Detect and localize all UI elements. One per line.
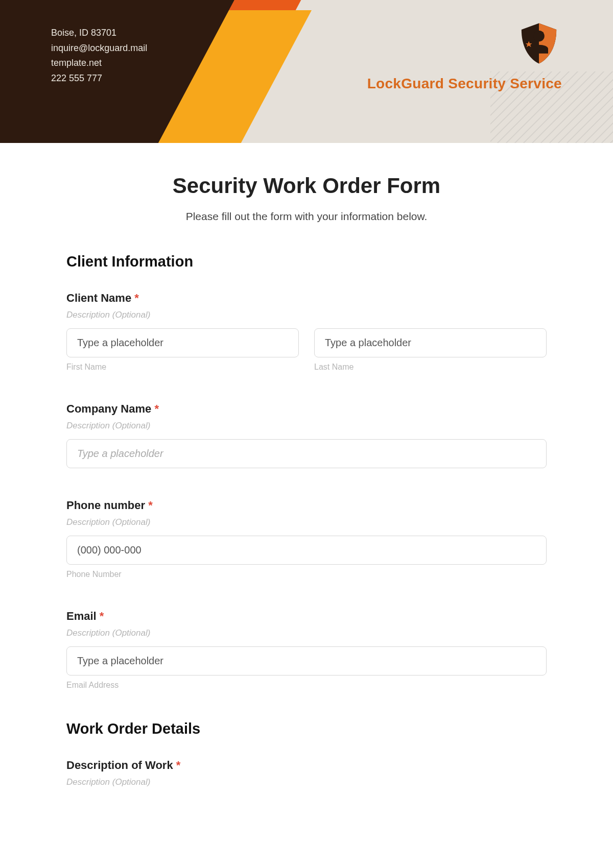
field-description-of-work: Description of Work * Description (Optio… xyxy=(66,759,547,787)
form-body: Security Work Order Form Please fill out… xyxy=(0,143,613,816)
sublabel-first-name: First Name xyxy=(66,363,299,372)
last-name-input[interactable] xyxy=(314,328,547,357)
label-email: Email * xyxy=(66,610,547,623)
contact-email: inquire@lockguard.mail xyxy=(51,41,147,56)
label-text: Company Name xyxy=(66,402,151,415)
label-phone-number: Phone number * xyxy=(66,499,547,512)
desc-client-name: Description (Optional) xyxy=(66,310,547,320)
label-text: Client Name xyxy=(66,292,131,304)
label-description-of-work: Description of Work * xyxy=(66,759,547,772)
section-client-information: Client Information xyxy=(66,253,547,270)
field-company-name: Company Name * Description (Optional) xyxy=(66,402,547,468)
company-name-input[interactable] xyxy=(66,439,547,468)
desc-phone-number: Description (Optional) xyxy=(66,517,547,527)
contact-address: Boise, ID 83701 xyxy=(51,26,147,41)
phone-number-input[interactable] xyxy=(66,536,547,565)
sublabel-email: Email Address xyxy=(66,681,547,690)
desc-description-of-work: Description (Optional) xyxy=(66,777,547,787)
svg-rect-1 xyxy=(534,32,544,35)
label-text: Description of Work xyxy=(66,759,173,771)
first-name-input[interactable] xyxy=(66,328,299,357)
brand-block: LockGuard Security Service xyxy=(367,20,562,92)
desc-company-name: Description (Optional) xyxy=(66,421,547,431)
sublabel-last-name: Last Name xyxy=(314,363,547,372)
letterhead: Boise, ID 83701 inquire@lockguard.mail t… xyxy=(0,0,613,143)
label-text: Email xyxy=(66,610,97,622)
shield-guard-icon xyxy=(516,20,562,66)
contact-phone: 222 555 777 xyxy=(51,71,147,86)
label-client-name: Client Name * xyxy=(66,292,547,305)
field-client-name: Client Name * Description (Optional) Fir… xyxy=(66,292,547,372)
email-input[interactable] xyxy=(66,646,547,676)
required-asterisk: * xyxy=(134,292,139,304)
section-work-order-details: Work Order Details xyxy=(66,720,547,737)
required-asterisk: * xyxy=(100,610,104,622)
form-subtitle: Please fill out the form with your infor… xyxy=(66,210,547,223)
label-text: Phone number xyxy=(66,499,145,512)
required-asterisk: * xyxy=(176,759,181,771)
desc-email: Description (Optional) xyxy=(66,628,547,638)
sublabel-phone-number: Phone Number xyxy=(66,570,547,579)
field-phone-number: Phone number * Description (Optional) Ph… xyxy=(66,499,547,579)
form-title: Security Work Order Form xyxy=(66,174,547,198)
required-asterisk: * xyxy=(148,499,153,512)
contact-info: Boise, ID 83701 inquire@lockguard.mail t… xyxy=(51,26,147,86)
required-asterisk: * xyxy=(154,402,159,415)
contact-website: template.net xyxy=(51,56,147,71)
label-company-name: Company Name * xyxy=(66,402,547,416)
brand-name: LockGuard Security Service xyxy=(367,76,562,92)
field-email: Email * Description (Optional) Email Add… xyxy=(66,610,547,690)
